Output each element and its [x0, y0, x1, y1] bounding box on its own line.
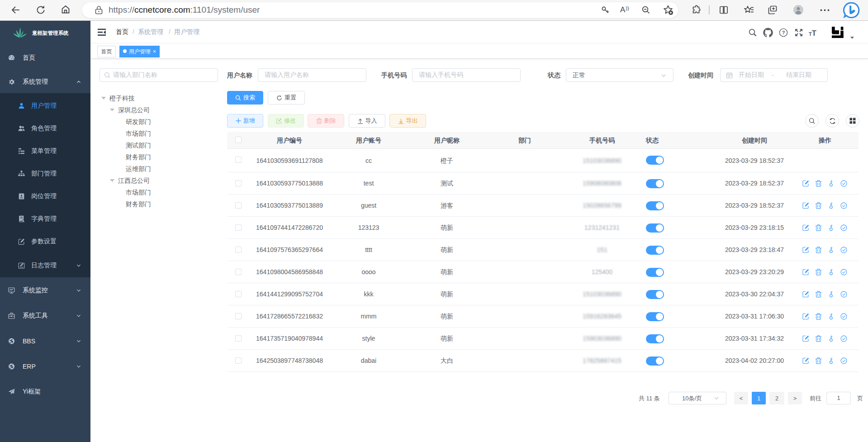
svg-text:?: ?	[782, 30, 785, 35]
